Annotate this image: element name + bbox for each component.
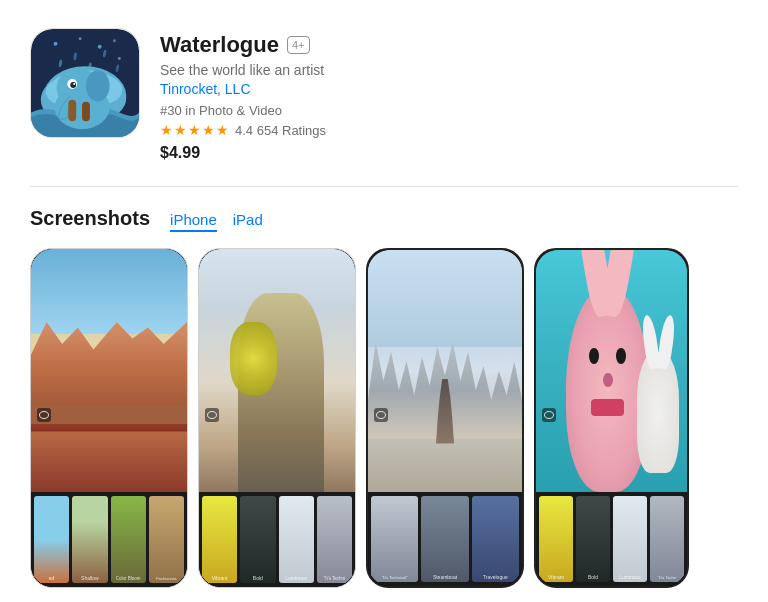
rating-text: 4.4 654 Ratings <box>235 123 326 138</box>
svg-rect-23 <box>68 100 76 122</box>
screenshots-header: Screenshots iPhone iPad <box>30 207 738 232</box>
rating-stars: ★★★★★ <box>160 122 230 138</box>
screenshots-section: Screenshots iPhone iPad ed <box>0 187 768 602</box>
screenshots-row: ed Shallow Color Bloom Fashionista <box>30 248 738 588</box>
screenshot-2-thumbnails: Vibrant Bold Luminous "It's Techni <box>199 492 355 587</box>
device-tabs: iPhone iPad <box>170 211 263 232</box>
age-badge: 4+ <box>287 36 310 54</box>
app-header: Waterlogue 4+ See the world like an arti… <box>0 0 768 186</box>
camera-icon-1 <box>37 408 51 422</box>
screenshot-2[interactable]: Vibrant Bold Luminous "It's Techni <box>198 248 356 588</box>
tab-ipad[interactable]: iPad <box>233 211 263 232</box>
tab-iphone[interactable]: iPhone <box>170 211 217 232</box>
svg-point-4 <box>113 39 116 42</box>
app-title-row: Waterlogue 4+ <box>160 32 738 58</box>
app-tagline: See the world like an artist <box>160 62 738 78</box>
svg-point-1 <box>54 42 58 46</box>
screenshot-3-main <box>368 250 522 492</box>
camera-icon-2 <box>205 408 219 422</box>
stars-row: ★★★★★ 4.4 654 Ratings <box>160 122 738 138</box>
camera-icon-4 <box>542 408 556 422</box>
svg-point-22 <box>86 70 110 101</box>
screenshot-1[interactable]: ed Shallow Color Bloom Fashionista <box>30 248 188 588</box>
screenshot-4[interactable]: Vibrant Bold Luminous "It's Teche <box>534 248 689 588</box>
app-price: $4.99 <box>160 144 738 162</box>
screenshot-1-main <box>31 249 187 492</box>
svg-point-21 <box>73 83 75 85</box>
svg-point-3 <box>98 45 102 49</box>
camera-icon-3 <box>374 408 388 422</box>
svg-rect-24 <box>82 102 90 122</box>
app-developer[interactable]: Tinrocket, LLC <box>160 81 738 97</box>
app-name: Waterlogue <box>160 32 279 58</box>
app-info: Waterlogue 4+ See the world like an arti… <box>160 28 738 162</box>
screenshot-4-thumbnails: Vibrant Bold Luminous "It's Teche <box>536 492 687 586</box>
svg-point-2 <box>79 37 82 40</box>
screenshot-3-thumbnails: "It's Technical" Steamboat Travelogue <box>368 492 522 586</box>
screenshot-3[interactable]: "It's Technical" Steamboat Travelogue <box>366 248 524 588</box>
svg-point-20 <box>70 82 76 88</box>
screenshot-1-thumbnails: ed Shallow Color Bloom Fashionista <box>31 492 187 587</box>
screenshot-4-main <box>536 250 687 492</box>
app-icon[interactable] <box>30 28 140 138</box>
screenshot-2-main <box>199 249 355 492</box>
svg-point-5 <box>118 57 121 60</box>
app-category: #30 in Photo & Video <box>160 103 738 118</box>
screenshots-title: Screenshots <box>30 207 150 230</box>
